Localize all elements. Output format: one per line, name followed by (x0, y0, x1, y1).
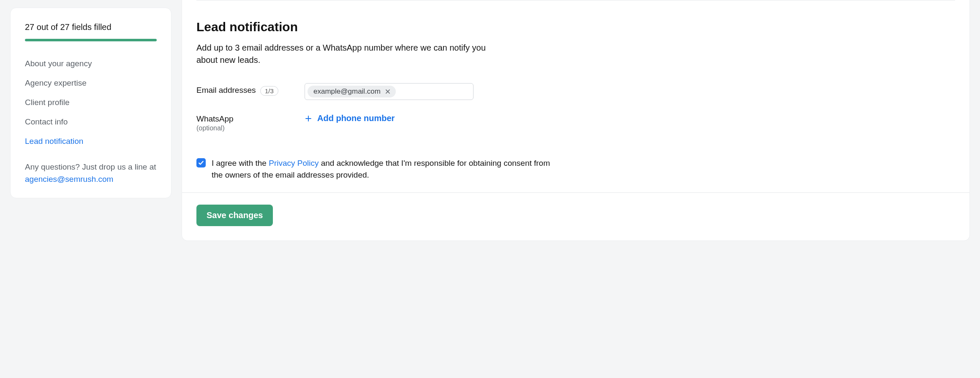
email-label: Email addresses (196, 86, 256, 95)
save-button[interactable]: Save changes (196, 205, 273, 226)
email-chip-value: example@gmail.com (313, 87, 381, 96)
sidebar-help-email-link[interactable]: agencies@semrush.com (25, 175, 113, 184)
remove-chip-icon[interactable] (384, 88, 392, 95)
consent-prefix: I agree with the (212, 159, 269, 167)
email-field-row: Email addresses 1/3 example@gmail.com (196, 83, 955, 100)
whatsapp-field-row: WhatsApp (optional) Add phone number (196, 112, 955, 132)
sidebar-nav: About your agency Agency expertise Clien… (25, 54, 157, 151)
email-chip: example@gmail.com (308, 86, 396, 97)
sidebar-item-lead-notification[interactable]: Lead notification (25, 132, 157, 151)
add-phone-button[interactable]: Add phone number (305, 112, 395, 123)
footer-bar: Save changes (182, 192, 969, 240)
sidebar-card: 27 out of 27 fields filled About your ag… (10, 8, 172, 198)
progress-text: 27 out of 27 fields filled (25, 22, 157, 32)
consent-row: I agree with the Privacy Policy and ackn… (182, 157, 969, 192)
sidebar-item-client-profile[interactable]: Client profile (25, 93, 157, 112)
section-description: Add up to 3 email addresses or a WhatsAp… (196, 42, 492, 66)
sidebar-item-expertise[interactable]: Agency expertise (25, 73, 157, 93)
progress-bar (25, 39, 157, 41)
section-title: Lead notification (196, 20, 955, 34)
email-count-badge: 1/3 (260, 86, 278, 96)
whatsapp-label: WhatsApp (196, 114, 234, 124)
sidebar-help-prefix: Any questions? Just drop us a line at (25, 162, 156, 171)
sidebar-item-about[interactable]: About your agency (25, 54, 157, 73)
consent-checkbox[interactable] (196, 158, 206, 167)
section-divider (196, 0, 955, 0)
email-input[interactable]: example@gmail.com (305, 83, 474, 100)
whatsapp-optional-label: (optional) (196, 124, 305, 132)
sidebar-item-contact-info[interactable]: Contact info (25, 112, 157, 132)
add-phone-label: Add phone number (317, 113, 395, 123)
sidebar-help-text: Any questions? Just drop us a line at ag… (25, 161, 157, 185)
main-panel: Lead notification Add up to 3 email addr… (182, 0, 970, 241)
consent-text: I agree with the Privacy Policy and ackn… (212, 157, 558, 181)
privacy-policy-link[interactable]: Privacy Policy (269, 159, 318, 167)
plus-icon (305, 115, 312, 122)
